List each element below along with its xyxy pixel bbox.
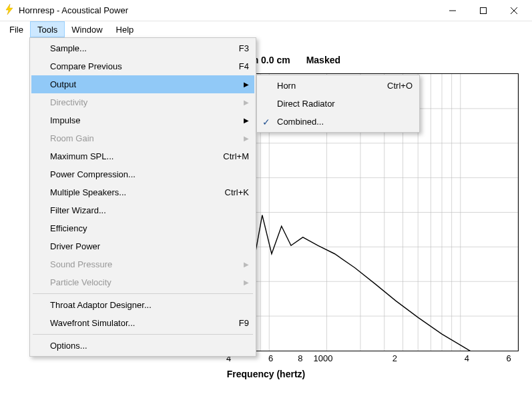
menu-sample-label: Sample... xyxy=(50,43,87,53)
menu-power-compression-label: Power Compression... xyxy=(50,169,136,179)
submenu-arrow-icon: ▶ xyxy=(217,135,249,142)
menu-room-gain-label: Room Gain xyxy=(50,133,94,143)
menu-compare-previous[interactable]: Compare Previous F4 xyxy=(31,57,254,75)
svg-rect-1 xyxy=(481,7,487,13)
menu-power-compression[interactable]: Power Compression... xyxy=(31,165,254,183)
menubar: File Tools Window Help xyxy=(0,21,532,37)
xtick: 6 xyxy=(507,353,511,363)
menu-multiple-speakers[interactable]: Multiple Speakers... Ctrl+K xyxy=(31,183,254,201)
menu-wavefront-label: Wavefront Simulator... xyxy=(50,318,135,328)
menu-separator xyxy=(33,293,253,294)
xtick: 4 xyxy=(465,353,469,363)
menu-sample[interactable]: Sample... F3 xyxy=(31,39,254,57)
window-title: Hornresp - Acoustical Power xyxy=(19,5,437,15)
menu-multiple-speakers-accel: Ctrl+K xyxy=(198,187,249,197)
xtick: 6 xyxy=(268,353,273,363)
close-button[interactable] xyxy=(499,0,529,21)
menu-sound-pressure: Sound Pressure ▶ xyxy=(31,255,254,273)
submenu-arrow-icon: ▶ xyxy=(217,117,249,124)
menu-throat-adaptor-label: Throat Adaptor Designer... xyxy=(50,300,152,310)
menu-tools[interactable]: Tools xyxy=(30,21,65,37)
xtick: 1000 xyxy=(314,353,333,363)
output-submenu: Horn Ctrl+O Direct Radiator ✓ Combined..… xyxy=(256,75,420,133)
menu-particle-velocity-label: Particle Velocity xyxy=(50,277,111,287)
menu-driver-power[interactable]: Driver Power xyxy=(31,237,254,255)
submenu-combined-label: Combined... xyxy=(277,117,324,127)
menu-wavefront-simulator[interactable]: Wavefront Simulator... F9 xyxy=(31,314,254,332)
menu-driver-power-label: Driver Power xyxy=(50,241,100,251)
menu-compare-label: Compare Previous xyxy=(50,61,122,71)
menu-impulse[interactable]: Impulse ▶ xyxy=(31,111,254,129)
menu-compare-accel: F4 xyxy=(212,61,249,71)
menu-help[interactable]: Help xyxy=(109,21,141,37)
window-buttons xyxy=(437,0,529,21)
chart-xlabel: Frequency (hertz) xyxy=(7,369,525,379)
submenu-direct-radiator[interactable]: Direct Radiator xyxy=(258,95,418,113)
menu-sample-accel: F3 xyxy=(212,43,249,53)
submenu-horn[interactable]: Horn Ctrl+O xyxy=(258,77,418,95)
menu-maximum-spl[interactable]: Maximum SPL... Ctrl+M xyxy=(31,147,254,165)
menu-multiple-speakers-label: Multiple Speakers... xyxy=(50,187,126,197)
menu-efficiency-label: Efficiency xyxy=(50,223,87,233)
submenu-horn-label: Horn xyxy=(277,81,296,91)
menu-window[interactable]: Window xyxy=(65,21,109,37)
menu-maximum-spl-accel: Ctrl+M xyxy=(196,151,249,161)
menu-options[interactable]: Options... xyxy=(31,337,254,355)
menu-particle-velocity: Particle Velocity ▶ xyxy=(31,273,254,291)
submenu-arrow-icon: ▶ xyxy=(217,261,249,268)
menu-maximum-spl-label: Maximum SPL... xyxy=(50,151,113,161)
menu-filter-wizard[interactable]: Filter Wizard... xyxy=(31,201,254,219)
minimize-button[interactable] xyxy=(437,0,468,21)
xtick: 8 xyxy=(298,353,302,363)
menu-output-label: Output xyxy=(50,79,76,89)
maximize-button[interactable] xyxy=(468,0,499,21)
submenu-direct-radiator-label: Direct Radiator xyxy=(277,99,335,109)
menu-file[interactable]: File xyxy=(3,21,30,37)
tools-dropdown: Sample... F3 Compare Previous F4 Output … xyxy=(29,37,256,357)
menu-room-gain: Room Gain ▶ xyxy=(31,129,254,147)
menu-directivity: Directivity ▶ xyxy=(31,93,254,111)
menu-filter-wizard-label: Filter Wizard... xyxy=(50,205,106,215)
menu-throat-adaptor[interactable]: Throat Adaptor Designer... xyxy=(31,296,254,314)
submenu-arrow-icon: ▶ xyxy=(217,279,249,286)
menu-separator xyxy=(33,334,253,335)
menu-efficiency[interactable]: Efficiency xyxy=(31,219,254,237)
menu-impulse-label: Impulse xyxy=(50,115,81,125)
menu-sound-pressure-label: Sound Pressure xyxy=(50,259,112,269)
submenu-horn-accel: Ctrl+O xyxy=(360,81,413,91)
submenu-arrow-icon: ▶ xyxy=(217,99,249,106)
xtick: 2 xyxy=(392,353,397,363)
menu-wavefront-accel: F9 xyxy=(212,318,249,328)
menu-directivity-label: Directivity xyxy=(50,97,87,107)
submenu-arrow-icon: ▶ xyxy=(217,81,249,88)
chart-header-masked: Masked xyxy=(306,55,340,65)
titlebar: Hornresp - Acoustical Power xyxy=(0,0,532,21)
app-icon xyxy=(4,4,15,17)
check-icon: ✓ xyxy=(262,117,270,127)
menu-output[interactable]: Output ▶ xyxy=(31,75,254,93)
submenu-combined[interactable]: ✓ Combined... xyxy=(258,113,418,131)
menu-options-label: Options... xyxy=(50,341,87,351)
